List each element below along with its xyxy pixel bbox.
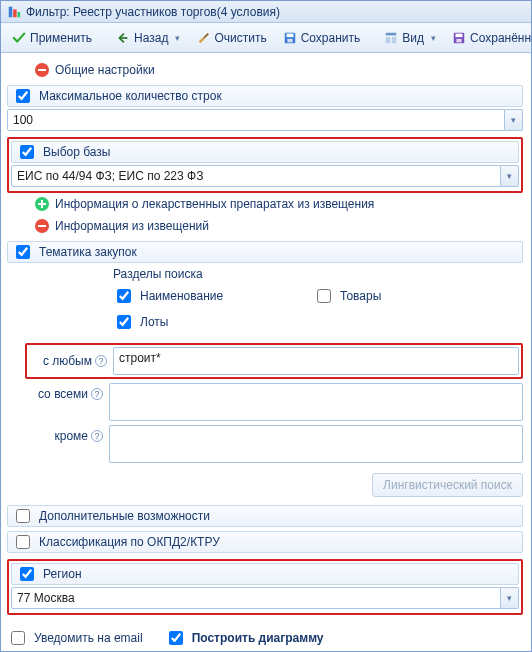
titlebar: Фильтр: Реестр участников торгов(4 услов… <box>1 1 531 23</box>
save-label: Сохранить <box>301 31 361 45</box>
drug-info-row[interactable]: Информация о лекарственных препаратах из… <box>7 193 523 215</box>
svg-rect-1 <box>13 9 17 17</box>
maxrows-checkbox[interactable] <box>16 89 30 103</box>
floppy-icon <box>283 31 297 45</box>
svg-rect-12 <box>456 38 461 42</box>
topic-checkbox[interactable] <box>16 245 30 259</box>
back-label: Назад <box>134 31 168 45</box>
svg-rect-6 <box>287 38 292 42</box>
goods-checkbox[interactable] <box>317 289 331 303</box>
svg-rect-8 <box>386 37 390 43</box>
svg-rect-11 <box>456 33 463 37</box>
app-icon <box>7 5 21 19</box>
name-checkbox[interactable] <box>117 289 131 303</box>
view-button[interactable]: Вид <box>377 26 443 50</box>
db-checkbox[interactable] <box>20 145 34 159</box>
all-label: со всеми <box>38 387 88 401</box>
toolbar: Применить Назад Очистить Сохранить Вид С… <box>1 23 531 53</box>
minus-icon <box>35 63 49 77</box>
notice-info-label: Информация из извещений <box>55 219 209 233</box>
layout-icon <box>384 31 398 45</box>
goods-label: Товары <box>340 289 381 303</box>
general-settings-label: Общие настройки <box>55 63 155 77</box>
help-icon[interactable]: ? <box>91 430 103 442</box>
region-dropdown[interactable]: ▾ <box>501 587 519 609</box>
clear-label: Очистить <box>214 31 266 45</box>
maxrows-input[interactable] <box>7 109 505 131</box>
maxrows-header[interactable]: Максимальное количество строк <box>7 85 523 107</box>
maxrows-dropdown[interactable]: ▾ <box>505 109 523 131</box>
svg-rect-7 <box>386 32 397 35</box>
region-checkbox[interactable] <box>20 567 34 581</box>
broom-icon <box>196 31 210 45</box>
lots-checkbox[interactable] <box>117 315 131 329</box>
all-input[interactable] <box>109 383 523 421</box>
region-input[interactable] <box>11 587 501 609</box>
apply-button[interactable]: Применить <box>5 26 99 50</box>
notify-email-label: Уведомить на email <box>34 631 143 645</box>
back-button[interactable]: Назад <box>109 26 187 50</box>
lots-label: Лоты <box>140 315 168 329</box>
search-sections-label: Разделы поиска <box>25 263 523 283</box>
svg-line-3 <box>204 33 208 37</box>
notice-info-row[interactable]: Информация из извещений <box>7 215 523 237</box>
any-label-col: с любым ? <box>29 354 113 368</box>
back-icon <box>116 31 130 45</box>
apply-label: Применить <box>30 31 92 45</box>
highlight-db: Выбор базы ▾ <box>7 137 523 193</box>
svg-rect-2 <box>18 12 21 17</box>
db-label: Выбор базы <box>43 145 110 159</box>
notify-email-checkbox[interactable] <box>11 631 25 645</box>
any-label: с любым <box>43 354 92 368</box>
floppy-icon <box>452 31 466 45</box>
build-chart-label: Построить диаграмму <box>192 631 324 645</box>
all-label-col: со всеми ? <box>25 383 109 401</box>
svg-rect-9 <box>392 37 396 43</box>
except-input[interactable] <box>109 425 523 463</box>
region-label: Регион <box>43 567 82 581</box>
plus-icon <box>35 197 49 211</box>
svg-rect-5 <box>286 33 293 37</box>
okpd-label: Классификация по ОКПД2/КТРУ <box>39 535 220 549</box>
except-label-col: кроме ? <box>25 425 109 443</box>
db-header[interactable]: Выбор базы <box>11 141 519 163</box>
region-header[interactable]: Регион <box>11 563 519 585</box>
extra-header[interactable]: Дополнительные возможности <box>7 505 523 527</box>
maxrows-label: Максимальное количество строк <box>39 89 222 103</box>
saved-label: Сохранённые <box>470 31 532 45</box>
highlight-any: с любым ? строит* <box>25 343 523 379</box>
okpd-checkbox[interactable] <box>16 535 30 549</box>
window-title: Фильтр: Реестр участников торгов(4 услов… <box>26 5 280 19</box>
except-label: кроме <box>54 429 88 443</box>
clear-button[interactable]: Очистить <box>189 26 273 50</box>
extra-checkbox[interactable] <box>16 509 30 523</box>
view-label: Вид <box>402 31 424 45</box>
general-settings-row[interactable]: Общие настройки <box>7 59 523 81</box>
check-icon <box>12 31 26 45</box>
minus-icon <box>35 219 49 233</box>
linguistic-search-button: Лингвистический поиск <box>372 473 523 497</box>
save-button[interactable]: Сохранить <box>276 26 368 50</box>
any-input[interactable]: строит* <box>113 347 519 375</box>
db-dropdown[interactable]: ▾ <box>501 165 519 187</box>
build-chart-checkbox[interactable] <box>169 631 183 645</box>
okpd-header[interactable]: Классификация по ОКПД2/КТРУ <box>7 531 523 553</box>
svg-rect-0 <box>9 6 13 17</box>
db-input[interactable] <box>11 165 501 187</box>
topic-label: Тематика закупок <box>39 245 137 259</box>
filter-body[interactable]: Общие настройки Максимальное количество … <box>1 53 531 651</box>
drug-info-label: Информация о лекарственных препаратах из… <box>55 197 374 211</box>
name-label: Наименование <box>140 289 223 303</box>
extra-label: Дополнительные возможности <box>39 509 210 523</box>
help-icon[interactable]: ? <box>95 355 107 367</box>
highlight-region: Регион ▾ <box>7 559 523 615</box>
topic-header[interactable]: Тематика закупок <box>7 241 523 263</box>
help-icon[interactable]: ? <box>91 388 103 400</box>
saved-button[interactable]: Сохранённые <box>445 26 532 50</box>
